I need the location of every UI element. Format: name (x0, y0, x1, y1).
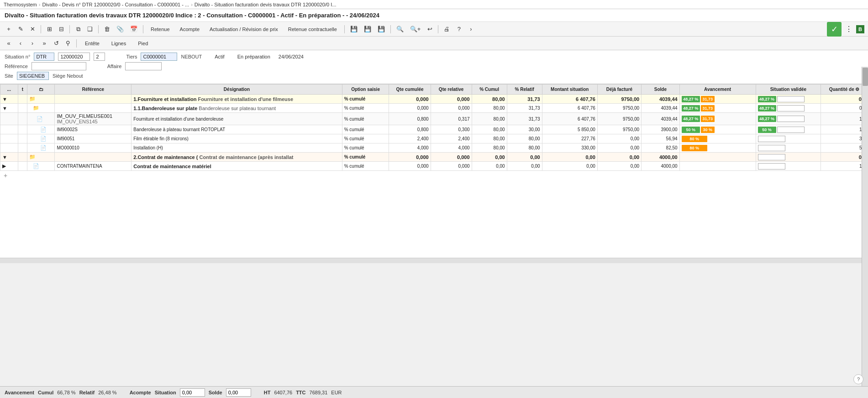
pct-cum-cell: 80,00 (472, 104, 507, 113)
situation-validee-cell[interactable]: 50 % (756, 125, 821, 134)
expand-icon[interactable]: ▼ (2, 96, 7, 102)
add-sub-button[interactable]: ⊞ (44, 24, 54, 34)
delete-button[interactable]: 🗑 (102, 24, 112, 34)
solde-bottom-input[interactable] (226, 388, 251, 397)
deja-cell: 9750,00 (597, 104, 641, 113)
attach-button[interactable]: 📎 (114, 24, 126, 34)
col-pct-rel[interactable]: % Relatif (507, 85, 542, 95)
col-qte-rel[interactable]: Qte relative (431, 85, 472, 95)
breadcrumb-item-2[interactable]: Divalto - Devis n° DTR 12000020/0 - Cons… (42, 2, 189, 7)
nav-search-button[interactable]: ⚲ (63, 38, 73, 48)
col-qty-settings[interactable]: Quantité de ⚙ (821, 85, 868, 95)
help-button[interactable]: ? (853, 374, 863, 384)
retenue-contractuelle-button[interactable]: Retenue contractuelle (284, 25, 341, 33)
data-table-container: ... t 🗀 Référence Désignation Option sai… (0, 84, 868, 258)
col-deja[interactable]: Déjà facturé (597, 85, 641, 95)
col-situation-validee[interactable]: Situation validée (756, 85, 821, 95)
edit-button[interactable]: ✎ (16, 24, 26, 34)
deja-cell: 0,00 (597, 134, 641, 143)
reference-cell: IM90051 (55, 134, 132, 143)
breadcrumb-item-1[interactable]: Thermosystem (4, 2, 37, 7)
situation-bottom-input[interactable] (180, 388, 205, 397)
add-row-button[interactable]: + (0, 171, 868, 180)
remove-sub-button[interactable]: ⊟ (56, 24, 66, 34)
situation-validee-cell[interactable]: 48,27 % (756, 104, 821, 113)
col-pct-cum[interactable]: % Cumul (472, 85, 507, 95)
reference-input[interactable] (32, 62, 86, 70)
pct-rel-cell: 80,00 (507, 143, 542, 153)
situation-validee-cell[interactable]: 48,27 % (756, 113, 821, 125)
actualisation-button[interactable]: Actualisation / Révision de prix (205, 25, 282, 33)
avancement-cell (679, 153, 756, 162)
montant-cell: 6 407,76 (542, 104, 597, 113)
situation-type-input[interactable] (34, 53, 54, 61)
situation-validee-cell[interactable]: 48,27 % (756, 95, 821, 104)
validate-button[interactable]: ✓ (827, 22, 842, 37)
expand-icon[interactable]: ▶ (2, 163, 6, 169)
site-code-input[interactable] (17, 72, 49, 80)
expand-icon[interactable]: ▼ (2, 154, 7, 160)
tab-entete[interactable]: Entête (80, 39, 105, 48)
col-montant[interactable]: Montant situation (542, 85, 597, 95)
qte-rel-cell: 2,400 (431, 134, 472, 143)
col-solde[interactable]: Solde (642, 85, 679, 95)
save2-icon-button[interactable]: 💾 (362, 24, 374, 34)
vertical-scrollbar[interactable] (862, 67, 868, 386)
nav-refresh-button[interactable]: ↺ (51, 38, 61, 48)
nav-last-button[interactable]: » (39, 38, 49, 48)
search-button[interactable]: 🔍 (394, 24, 406, 34)
qte-rel-cell: 0,000 (431, 153, 472, 162)
copy-button[interactable]: ⧉ (73, 24, 83, 34)
acompte-button[interactable]: Acompte (176, 25, 204, 33)
add-button[interactable]: + (4, 24, 14, 34)
col-qte-cum[interactable]: Qte cumulée (389, 85, 431, 95)
ht-value: 6407,76 (274, 390, 292, 395)
option-cell: % cumulé (342, 95, 389, 104)
breadcrumb-item-3[interactable]: Divalto - Situation facturation devis tr… (195, 2, 337, 7)
nav-prev-button[interactable]: ‹ (16, 38, 26, 48)
qte-rel-cell: 0,317 (431, 113, 472, 125)
horizontal-scrollbar[interactable] (0, 258, 868, 263)
print-button[interactable]: 🖨 (442, 24, 452, 34)
reference-cell (55, 104, 132, 113)
situation-validee-cell[interactable] (756, 153, 821, 162)
col-option[interactable]: Option saisie (342, 85, 389, 95)
table-row: 📄IM_OUV_FILMEUSE001IM_OUV_ENS145Fournitu… (0, 113, 868, 125)
pct-rel-cell: 0,00 (507, 162, 542, 171)
expand-icon[interactable]: ▼ (2, 106, 7, 111)
situation-indice-input[interactable] (94, 53, 105, 61)
tab-lignes[interactable]: Lignes (106, 39, 131, 48)
solde-cell: 4039,44 (642, 95, 679, 104)
more-menu-button[interactable]: ⋮ (843, 24, 854, 34)
search-plus-button[interactable]: 🔍+ (408, 24, 423, 34)
cancel-button[interactable]: ✕ (27, 24, 37, 34)
nav-first-button[interactable]: « (4, 38, 14, 48)
situation-validee-cell[interactable] (756, 134, 821, 143)
paste-button[interactable]: ❑ (85, 24, 95, 34)
situation-validee-cell[interactable] (756, 143, 821, 153)
designation-cell: Fourniture et installation d'une bandero… (132, 113, 342, 125)
situation-validee-cell[interactable] (756, 162, 821, 171)
more-toolbar-button[interactable]: › (466, 24, 476, 34)
qte-rel-cell: 0,300 (431, 125, 472, 134)
pct-cum-cell: 80,00 (472, 134, 507, 143)
situation-num-input[interactable] (58, 53, 90, 61)
qty-col-cell: 5,0 (821, 143, 868, 153)
calendar-button[interactable]: 📅 (128, 24, 140, 34)
save-icon-button[interactable]: 💾 (348, 24, 360, 34)
statut-label: Actif (215, 54, 224, 59)
back-button[interactable]: ↩ (425, 24, 435, 34)
col-avancement[interactable]: Avancement (679, 85, 756, 95)
col-reference[interactable]: Référence (55, 85, 132, 95)
nav-next-button[interactable]: › (27, 38, 37, 48)
tiers-input[interactable] (141, 53, 177, 61)
retenue-button[interactable]: Retenue (147, 25, 174, 33)
pct-rel-cell: 80,00 (507, 134, 542, 143)
col-designation[interactable]: Désignation (132, 85, 342, 95)
col-dots-cell (0, 113, 18, 125)
save3-icon-button[interactable]: 💾 (375, 24, 387, 34)
tab-pied[interactable]: Pied (133, 39, 153, 48)
affaire-input[interactable] (125, 62, 162, 70)
table-row: ▼📁2.Contrat de maintenance ( Contrat de … (0, 153, 868, 162)
help-toolbar-button[interactable]: ? (454, 24, 464, 34)
